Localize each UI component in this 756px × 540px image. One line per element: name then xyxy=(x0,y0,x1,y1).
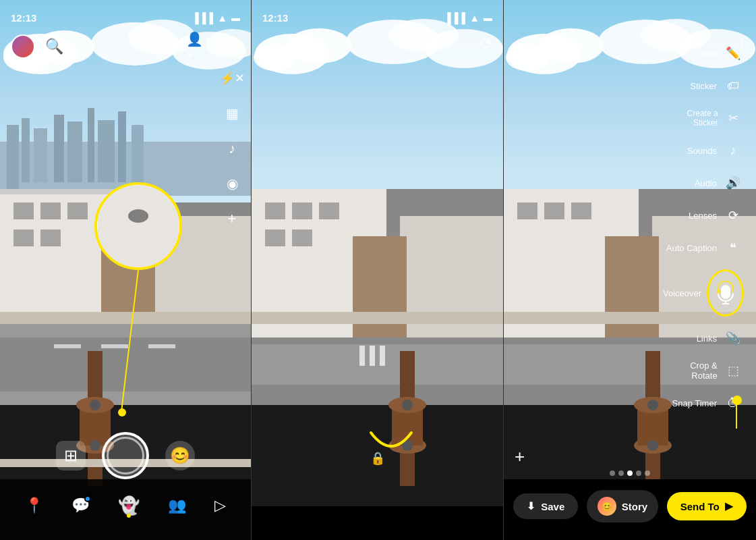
sticker-label: Sticker xyxy=(690,81,717,91)
svg-rect-29 xyxy=(54,344,81,348)
svg-point-45 xyxy=(254,44,297,71)
music-icon-1[interactable]: ♪ xyxy=(221,138,243,159)
crop-rotate-icon: ⬚ xyxy=(723,360,744,381)
snap-camera-icon[interactable]: 👻 xyxy=(118,495,140,516)
capture-button-inner xyxy=(107,437,144,475)
sticker-icon: 🏷 xyxy=(722,75,744,97)
add-friend-icon[interactable]: 👤+ xyxy=(186,36,208,57)
svg-rect-21 xyxy=(40,202,61,219)
draw-tool[interactable]: Draw ✏️ xyxy=(656,37,751,70)
create-sticker-tool[interactable]: Create a Sticker ✂ xyxy=(656,102,751,134)
svg-rect-78 xyxy=(517,202,537,219)
crop-rotate-tool[interactable]: Crop & Rotate ⬚ xyxy=(656,354,751,387)
capture-area-1: ⊞ 😊 xyxy=(56,432,195,479)
map-icon[interactable]: 📍 xyxy=(25,497,43,514)
svg-rect-24 xyxy=(40,230,61,246)
progress-dots xyxy=(610,470,650,476)
timer-line xyxy=(736,402,737,429)
audio-tool[interactable]: Audio 🔊 xyxy=(656,167,751,199)
sticker-tool[interactable]: Sticker 🏷 xyxy=(656,70,751,102)
draw-label: Draw xyxy=(697,49,717,59)
rotate-icon[interactable]: ⟳ xyxy=(480,35,492,53)
avatar-1[interactable] xyxy=(11,34,35,59)
svg-rect-54 xyxy=(265,230,285,246)
friends-icon[interactable]: 👥 xyxy=(168,497,186,514)
status-bar-1: 12:13 ▐▐▐ ▲ ▬ xyxy=(0,0,251,30)
send-to-button[interactable]: Send To ▶ xyxy=(667,492,747,520)
svg-rect-55 xyxy=(292,230,312,246)
lenses-tool[interactable]: Lenses ⟳ xyxy=(656,199,751,232)
time-display-2: 12:13 xyxy=(262,12,288,24)
chat-icon[interactable]: 💬 xyxy=(71,497,90,514)
flip-camera-icon[interactable]: ⟳ xyxy=(219,36,240,57)
story-button[interactable]: 😊 Story xyxy=(587,490,658,522)
lenses-icon: ⟳ xyxy=(722,205,744,226)
voiceover-tool[interactable]: Voiceover xyxy=(656,264,751,322)
dot-2 xyxy=(618,470,624,476)
svg-rect-23 xyxy=(13,230,34,246)
lens-zoom-circle xyxy=(94,182,182,270)
timer-dot xyxy=(732,396,742,405)
emoji-icon[interactable]: 😊 xyxy=(165,441,195,470)
svg-rect-20 xyxy=(13,202,34,219)
svg-rect-56 xyxy=(400,216,504,358)
signal-icon-2: ▐▐▐ xyxy=(444,12,465,24)
snap-timer-label: Snap Timer xyxy=(672,398,717,408)
svg-point-69 xyxy=(402,400,413,410)
yellow-arrow xyxy=(364,426,418,466)
audio-icon: 🔊 xyxy=(722,172,744,194)
add-icon-1[interactable]: + xyxy=(221,208,243,230)
svg-rect-52 xyxy=(292,202,312,219)
close-button[interactable]: ✕ xyxy=(515,37,527,55)
create-sticker-label: Create a Sticker xyxy=(663,109,718,128)
auto-caption-tool[interactable]: Auto Caption ❝ xyxy=(656,232,751,264)
story-avatar: 😊 xyxy=(598,497,616,516)
status-icons-2: ▐▐▐ ▲ ▬ xyxy=(444,12,492,24)
draw-icon: ✏️ xyxy=(722,43,744,64)
audio-label: Audio xyxy=(695,178,717,188)
sounds-tool[interactable]: Sounds ♪ xyxy=(656,134,751,167)
time-display-1: 12:13 xyxy=(11,12,36,24)
svg-rect-63 xyxy=(252,312,504,324)
links-label: Links xyxy=(697,333,717,344)
svg-rect-30 xyxy=(101,344,128,348)
right-toolbar-1: ⚡✕ ▦ ♪ ◉ + xyxy=(221,68,243,230)
status-icons-1: ▐▐▐ ▲ ▬ xyxy=(192,12,240,24)
top-bar-left-1: 🔍 xyxy=(11,34,65,59)
search-icon-1[interactable]: 🔍 xyxy=(43,36,65,57)
flash-icon[interactable]: ⚡✕ xyxy=(221,68,243,89)
battery-icon-2: ▬ xyxy=(484,13,492,23)
dot-1 xyxy=(610,470,615,476)
clouds-svg-2 xyxy=(252,14,504,135)
edit-toolbar: Draw ✏️ Sticker 🏷 Create a Sticker ✂ Sou… xyxy=(656,37,751,419)
create-sticker-icon: ✂ xyxy=(724,107,744,129)
arrow-svg xyxy=(364,426,418,460)
lens-content xyxy=(98,186,179,267)
gallery-icon[interactable]: ⊞ xyxy=(56,441,86,470)
camera-mode-icon[interactable]: ◉ xyxy=(221,173,243,194)
links-tool[interactable]: Links 📎 xyxy=(656,322,751,354)
fg-post-2 xyxy=(252,351,504,486)
save-button[interactable]: ⬇ Save xyxy=(513,493,578,519)
notification-dot xyxy=(84,495,91,502)
svg-rect-79 xyxy=(544,202,564,219)
svg-rect-51 xyxy=(265,202,285,219)
capture-button[interactable] xyxy=(102,432,149,479)
svg-rect-22 xyxy=(67,202,88,219)
filter-icon[interactable]: ▦ xyxy=(221,103,243,124)
sounds-icon: ♪ xyxy=(722,140,744,161)
wifi-icon-2: ▲ xyxy=(469,12,479,24)
plus-button-p3[interactable]: + xyxy=(515,446,525,467)
stories-play-icon[interactable]: ▷ xyxy=(214,497,226,514)
top-bar-right-1: 👤+ ⟳ xyxy=(186,36,240,57)
crop-rotate-label: Crop & Rotate xyxy=(663,360,718,381)
sounds-label: Sounds xyxy=(687,146,717,156)
svg-point-90 xyxy=(647,440,658,451)
battery-icon-1: ▬ xyxy=(231,13,240,23)
story-label: Story xyxy=(622,501,647,512)
dot-4 xyxy=(636,470,641,476)
auto-caption-label: Auto Caption xyxy=(666,243,717,253)
voiceover-highlight-circle xyxy=(707,269,744,317)
send-to-label: Send To xyxy=(680,501,720,512)
links-icon: 📎 xyxy=(722,327,744,349)
